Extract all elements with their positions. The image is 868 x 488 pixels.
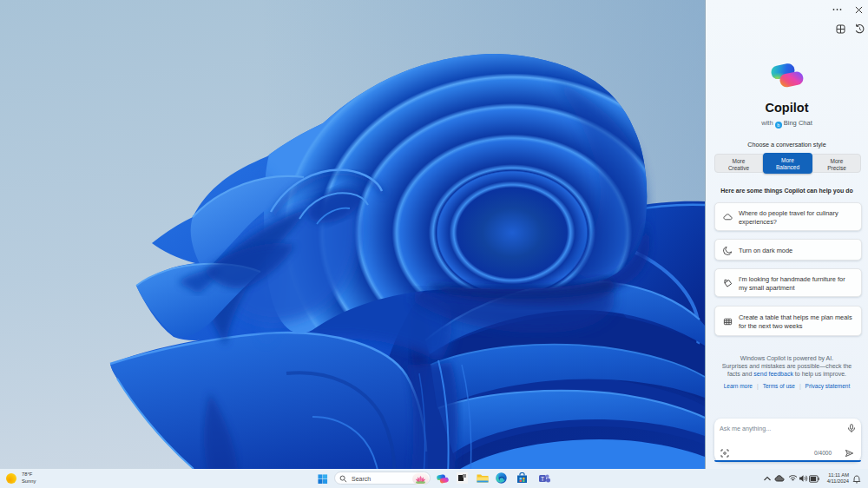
svg-text:T: T	[541, 476, 544, 482]
